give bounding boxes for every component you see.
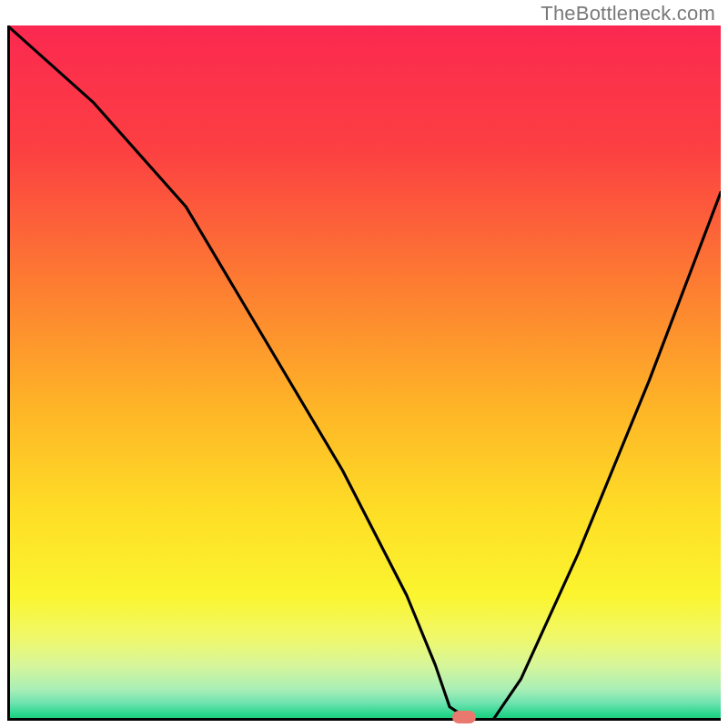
chart-stage: TheBottleneck.com xyxy=(0,0,728,728)
plot-axes xyxy=(7,25,721,721)
watermark-text: TheBottleneck.com xyxy=(541,2,715,25)
optimal-marker xyxy=(452,711,476,723)
